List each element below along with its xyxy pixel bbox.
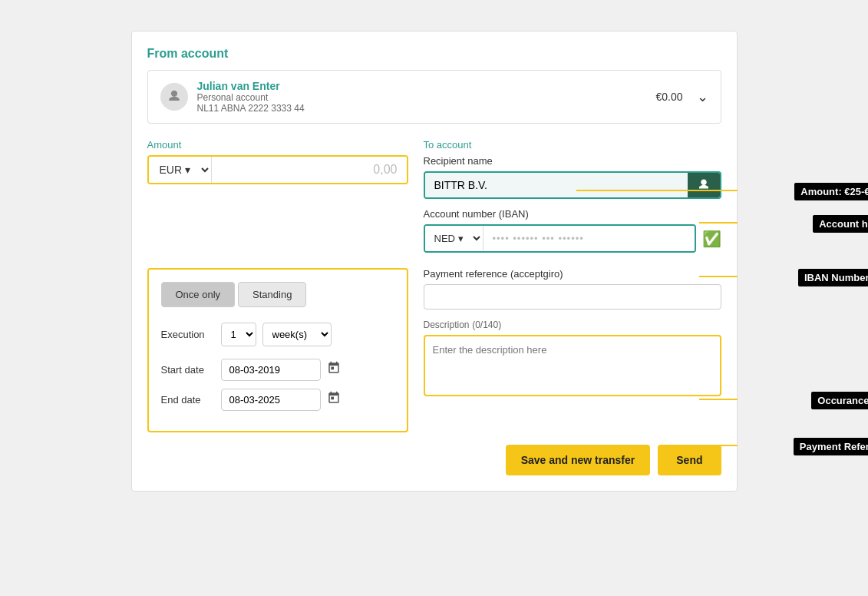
execution-row: Execution 1 2 3 4 week(s) month(s) day(s… [161,323,394,346]
once-only-button[interactable]: Once only [161,282,236,307]
execution-period-select[interactable]: week(s) month(s) day(s) [262,323,332,346]
payment-reference-annotation: Payment Reference [794,438,868,455]
recipient-name-label: Recipient name [424,155,721,167]
end-date-row: End date [161,389,394,411]
end-date-label: End date [161,394,215,406]
frequency-toggle-group: Once only Standing [161,282,394,307]
send-button[interactable]: Send [658,445,721,475]
iban-input-wrapper: NED ▾ BEL DEU ✅ [424,224,721,253]
iban-verified-icon: ✅ [702,230,721,248]
chevron-down-icon: ⌄ [697,88,708,105]
currency-select[interactable]: EUR ▾ USD GBP [149,157,212,183]
account-iban: NL11 ABNA 2222 3333 44 [197,103,305,114]
end-date-calendar-button[interactable] [327,391,341,409]
start-date-label: Start date [161,364,215,376]
recipient-input[interactable] [425,173,688,197]
recipient-lookup-button[interactable] [688,173,720,197]
description-textarea[interactable] [424,335,721,396]
save-and-new-transfer-button[interactable]: Save and new transfer [506,445,651,475]
account-holder-annotation: Account holder [813,215,868,233]
payment-ref-label: Payment reference (acceptgiro) [424,268,721,280]
execution-label: Execution [161,329,215,340]
end-date-input[interactable] [221,389,321,411]
occurrence-annotation: Occurance [811,392,868,409]
transfer-form: From account Julian van Enter Personal a… [131,31,738,492]
execution-number-select[interactable]: 1 2 3 4 [221,323,256,346]
recipient-input-group [424,171,721,199]
action-buttons-row: Save and new transfer Send [147,445,721,475]
account-type: Personal account [197,92,305,103]
scheduling-panel: Once only Standing Execution 1 2 3 4 wee… [147,268,408,432]
account-icon [160,83,188,111]
iban-country-select[interactable]: NED ▾ BEL DEU [425,226,484,251]
account-balance: €0.00 [655,91,682,103]
payment-reference-input[interactable] [424,284,721,310]
from-account-card[interactable]: Julian van Enter Personal account NL11 A… [147,70,721,124]
start-date-input[interactable] [221,359,321,381]
payment-details-panel: Payment reference (acceptgiro) Descripti… [424,268,721,432]
amount-input[interactable] [212,157,407,183]
iban-number-annotation: IBAN Number [798,269,868,286]
amount-range-annotation: Amount: €25-€5000 [794,183,868,200]
iban-label: Account number (IBAN) [424,208,721,220]
amount-input-group: EUR ▾ USD GBP [147,155,408,184]
account-holder-name: Julian van Enter [197,80,305,92]
amount-label: Amount [147,139,408,151]
iban-number-input[interactable] [484,226,695,251]
to-account-label: To account [424,139,721,151]
iban-input-group: NED ▾ BEL DEU [424,224,696,253]
start-date-row: Start date [161,359,394,381]
standing-order-button[interactable]: Standing [238,282,306,307]
start-date-calendar-button[interactable] [327,361,341,379]
description-label: Description (0/140) [424,319,721,330]
from-account-title: From account [147,47,721,61]
